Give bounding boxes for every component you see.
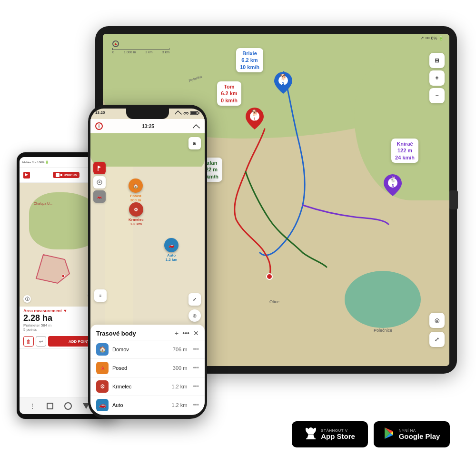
iphone-location-btn[interactable]: ◎ <box>188 309 201 322</box>
iphone-time: 13:25 <box>95 110 105 115</box>
panel-item-posed[interactable]: 🔺 Posed 300 m ••• <box>90 359 205 377</box>
tracker-tom-distance: 6.2 km <box>221 90 238 97</box>
panel-actions: + ••• ✕ <box>175 329 199 337</box>
svg-text:🐕: 🐕 <box>251 109 258 116</box>
svg-marker-10 <box>36 255 69 283</box>
iphone-layers-btn[interactable]: ⊞ <box>188 137 201 149</box>
panel-krmelec-dots[interactable]: ••• <box>193 383 199 390</box>
svg-rect-13 <box>191 112 197 114</box>
svg-point-18 <box>99 181 100 183</box>
android-info-btn[interactable]: ⓘ <box>23 295 31 303</box>
iphone-map-icon-auto: 🚗 Auto1.2 km <box>164 238 178 262</box>
pin-knirač: 🐇 3 <box>384 174 402 198</box>
iphone-posed-label: Posed300 m <box>130 194 141 202</box>
svg-rect-14 <box>198 112 199 114</box>
iphone-expand-btn[interactable]: ⤢ <box>188 293 201 306</box>
googleplay-text: NYNí NA Google Play <box>399 428 440 441</box>
appstore-text: Stáhnout v App Store <box>321 428 355 441</box>
iphone-auto-label: Auto1.2 km <box>166 253 178 262</box>
android-map-location-label: Chalupa U... <box>34 202 52 205</box>
svg-text:3: 3 <box>391 183 394 188</box>
tracker-brixie-speed: 10 km/h <box>240 64 259 70</box>
android-undo-btn[interactable]: ↩ <box>36 336 46 347</box>
iphone-posed-icon: 🏠 <box>129 178 143 193</box>
android-flag-icon <box>23 172 30 178</box>
iphone-krmelec-icon: ⚙ <box>129 202 143 217</box>
panel-more-icon[interactable]: ••• <box>182 329 189 337</box>
iphone-flag-btn[interactable] <box>93 162 106 174</box>
appstore-badge[interactable]: Stáhnout v App Store <box>292 421 368 447</box>
trasove-body-panel: Trasové body + ••• ✕ 🏠 Domov 706 m ••• <box>90 325 205 415</box>
tracker-label-knirač: Knirač 122 m 24 km/h <box>391 139 418 163</box>
svg-point-0 <box>267 274 272 279</box>
panel-domov-dist: 706 m <box>173 347 188 352</box>
iphone-map[interactable]: 🚗 🏠 Posed300 m ⚙ Krmelec1.2 km 🚗 Auto1.2… <box>90 133 205 329</box>
android-nav-home[interactable] <box>64 402 72 410</box>
svg-text:🐕: 🐕 <box>280 73 287 80</box>
iphone-radio-btn[interactable] <box>93 176 106 188</box>
tablet-compass-btn[interactable]: ◎ <box>429 313 445 328</box>
iphone-status-bar: 13:25 <box>95 110 200 115</box>
panel-domov-icon: 🏠 <box>96 343 109 356</box>
panel-posed-dots[interactable]: ••• <box>193 365 199 371</box>
tablet-status-bar: ↗ ••• 8% 🔋 <box>420 36 444 40</box>
iphone-krmelec-label: Krmelec1.2 km <box>129 218 144 226</box>
android-rec-button[interactable]: ■ 0:00:05 <box>53 172 80 178</box>
pin-brixie: 🐕 2 <box>274 72 292 96</box>
tracker-brixie-name: Brixie <box>240 50 259 57</box>
tablet-expand-btn[interactable]: ⤢ <box>429 332 445 347</box>
appstore-icon <box>305 426 317 443</box>
tablet-zoom-in-btn[interactable]: + <box>429 70 445 86</box>
tablet-layers-btn[interactable]: ⊞ <box>429 53 445 68</box>
panel-add-icon[interactable]: + <box>175 329 178 337</box>
iphone-topbar-right <box>193 123 200 129</box>
scale-label-2k: 2 km <box>145 50 152 54</box>
tracker-knirač-speed: 24 km/h <box>395 154 415 161</box>
panel-krmelec-dist: 1.2 km <box>171 384 187 389</box>
panel-auto-name: Auto <box>112 402 168 408</box>
tracker-brixie-distance: 6.2 km <box>240 57 259 63</box>
panel-posed-icon: 🔺 <box>96 362 109 374</box>
tracker-knirač-name: Knirač <box>395 140 415 147</box>
tracker-label-tom: Tom 6.2 km 0 km/h <box>217 81 241 106</box>
panel-domov-name: Domov <box>112 347 169 352</box>
iphone-top-bar: 13:25 <box>90 119 205 133</box>
panel-close-icon[interactable]: ✕ <box>193 329 199 337</box>
iphone-map-icon-krmelec: ⚙ Krmelec1.2 km <box>129 202 144 226</box>
tracker-label-brixie: Brixie 6.2 km 10 km/h <box>236 48 263 72</box>
panel-item-domov[interactable]: 🏠 Domov 706 m ••• <box>90 340 205 359</box>
iphone-menu-btn[interactable]: ≡ <box>94 289 107 302</box>
tablet-zoom-out-btn[interactable]: − <box>429 88 445 103</box>
iphone-auto-icon: 🚗 <box>164 238 178 252</box>
android-nav-recents[interactable] <box>47 403 53 409</box>
panel-title: Trasové body <box>96 330 136 337</box>
tracker-tom-name: Tom <box>221 83 238 90</box>
svg-point-15 <box>99 126 99 127</box>
iphone-car-btn[interactable]: 🚗 <box>93 190 106 203</box>
android-status-left: Maláte čž • 100% 🔋 <box>22 160 49 164</box>
panel-krmelec-name: Krmelec <box>112 384 168 389</box>
android-trash-btn[interactable]: 🗑 <box>23 336 34 347</box>
android-polygon-area <box>29 250 77 290</box>
iphone-compass[interactable] <box>95 122 103 130</box>
panel-krmelec-icon: ⚙ <box>96 380 109 393</box>
panel-posed-name: Posed <box>112 365 169 371</box>
tracker-tom-speed: 0 km/h <box>221 97 238 104</box>
scale-label-1k: 1 000 m <box>124 50 136 54</box>
iphone-time-topbar: 13:25 <box>142 124 154 129</box>
tablet-home-button[interactable] <box>449 190 458 209</box>
panel-auto-dots[interactable]: ••• <box>193 402 199 408</box>
svg-point-11 <box>62 275 65 278</box>
pin-tom: 🐕 1 <box>246 108 264 131</box>
iphone-map-icon-posed: 🏠 Posed300 m <box>129 178 143 202</box>
panel-header: Trasové body + ••• ✕ <box>90 325 205 340</box>
scale-label-3k: 3 km <box>162 50 169 54</box>
panel-item-krmelec[interactable]: ⚙ Krmelec 1.2 km ••• <box>90 377 205 396</box>
googleplay-badge[interactable]: NYNí NA Google Play <box>374 421 450 447</box>
googleplay-main: Google Play <box>399 433 440 441</box>
iphone-status-right <box>175 110 200 115</box>
iphone-map-lower <box>90 167 205 329</box>
panel-domov-dots[interactable]: ••• <box>193 346 199 353</box>
panel-item-auto[interactable]: 🚗 Auto 1.2 km ••• <box>90 396 205 415</box>
android-nav-dots[interactable]: ⋮ <box>29 402 36 410</box>
